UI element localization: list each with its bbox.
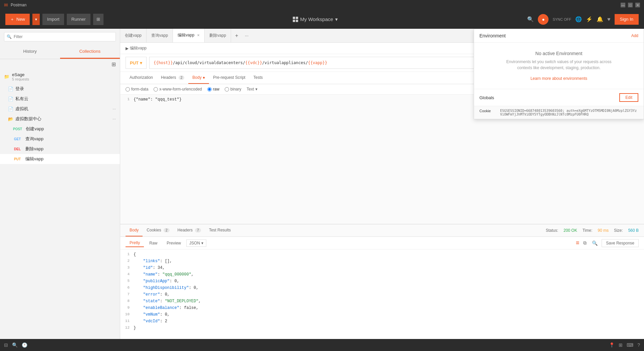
app-title: Postman <box>11 3 26 7</box>
resp-line-2: 2 "links": [], <box>120 259 644 266</box>
folder-vm[interactable]: 📄 虚拟机 ··· <box>0 104 120 114</box>
method-arrow-icon: ▾ <box>140 60 142 65</box>
env-add-button[interactable]: Add <box>631 33 638 38</box>
bell-icon[interactable]: 🔔 <box>597 16 603 22</box>
tab-delete-vapp[interactable]: 删除vapp <box>205 29 231 43</box>
new-collection-button[interactable]: ⊞ <box>112 61 116 67</box>
bottom-bar-right: 📍 ⊞ ⌨ ? <box>609 342 640 348</box>
view-tab-preview[interactable]: Preview <box>163 239 185 247</box>
folder-icon: 📄 <box>8 97 13 102</box>
view-tab-pretty[interactable]: Pretty <box>126 239 144 247</box>
response-tab-body[interactable]: Body <box>126 224 143 236</box>
request-delete-vapp[interactable]: DEL 删除vapp <box>0 144 120 154</box>
radio-form-data-input[interactable] <box>126 87 130 92</box>
env-edit-button[interactable]: Edit <box>619 93 638 102</box>
resp-line-11: 11 "vdcId": 2 <box>120 319 644 326</box>
filter-input[interactable] <box>4 32 116 41</box>
body-text-type-select[interactable]: Text ▾ <box>247 87 257 92</box>
content-wrapper: 创建vapp 查询vapp 编辑vapp ✕ 删除vapp + ··· No E… <box>120 29 644 351</box>
sidebar: 🔍 History Collections ⊞ 📁 eSage 5 reques… <box>0 29 120 351</box>
resp-line-5: 5 "publicApp": 0, <box>120 279 644 286</box>
request-create-vapp[interactable]: POST 创建vapp <box>0 124 120 134</box>
view-tab-raw[interactable]: Raw <box>145 239 161 247</box>
breadcrumb-text: 编辑vapp <box>130 45 147 51</box>
copy-response-button[interactable]: ⧉ <box>582 239 588 247</box>
env-no-active-title: No active Environment <box>479 51 638 56</box>
radio-binary-input[interactable] <box>225 87 229 92</box>
resp-line-10: 10 "vmNum": 0, <box>120 312 644 319</box>
status-value: 200 OK <box>564 228 577 233</box>
tab-authorization[interactable]: Authorization <box>126 72 157 84</box>
folder-private-cloud[interactable]: 📄 私有云 <box>0 94 120 104</box>
tab-close-icon[interactable]: ✕ <box>197 33 200 37</box>
bottom-settings-icon[interactable]: 📍 <box>609 342 615 348</box>
size-label: Size: <box>614 228 623 233</box>
bottom-history-icon[interactable]: 🕐 <box>22 342 27 348</box>
runner-icon-button[interactable]: ⊞ <box>93 14 103 25</box>
request-edit-vapp[interactable]: PUT 编辑vapp <box>0 154 120 164</box>
new-label: New <box>16 17 25 22</box>
bottom-help-icon[interactable]: ? <box>637 342 640 348</box>
radio-binary[interactable]: binary <box>225 87 241 92</box>
resp-line-4: 4 "name": "qqq_000000", <box>120 272 644 279</box>
env-cookie-label: Cookie <box>479 109 496 116</box>
resp-line-3: 3 "id": 34, <box>120 266 644 272</box>
tab-add-button[interactable]: + <box>231 33 242 39</box>
collection-esage[interactable]: 📁 eSage 5 requests <box>0 69 120 84</box>
breadcrumb-arrow-icon: ▶ <box>126 46 129 51</box>
new-button[interactable]: ＋ New <box>5 14 30 25</box>
search-icon[interactable]: 🔍 <box>527 16 534 22</box>
workspace-button[interactable]: My Workspace ▾ <box>293 16 338 22</box>
tab-headers[interactable]: Headers 2 <box>157 72 188 84</box>
resp-line-9: 9 "enableBalance": false, <box>120 306 644 312</box>
radio-urlencoded-input[interactable] <box>154 87 158 92</box>
response-tab-test-results[interactable]: Test Results <box>205 224 235 236</box>
import-button[interactable]: Import <box>42 14 64 25</box>
heart-icon[interactable]: ♥ <box>607 16 611 22</box>
method-badge-post: POST <box>12 127 23 131</box>
tab-history[interactable]: History <box>0 45 60 59</box>
env-learn-link[interactable]: Learn more about environments <box>530 76 587 81</box>
filter-search-icon: 🔍 <box>7 34 12 39</box>
tab-more-button[interactable]: ··· <box>242 33 251 38</box>
runner-button[interactable]: Runner <box>67 14 90 25</box>
globe-icon[interactable]: 🌐 <box>575 16 582 22</box>
tab-collections[interactable]: Collections <box>60 45 120 59</box>
tab-pre-request[interactable]: Pre-request Script <box>209 72 249 84</box>
folder-login[interactable]: 📄 登录 <box>0 84 120 94</box>
close-button[interactable]: ✕ <box>635 3 640 7</box>
bottom-keyboard-icon[interactable]: ⌨ <box>627 342 633 348</box>
folder-actions: ··· <box>113 107 116 111</box>
panel-toggle-icon[interactable]: ⊟ <box>4 342 8 348</box>
search-response-button[interactable]: 🔍 <box>591 239 599 247</box>
maximize-button[interactable]: □ <box>628 3 633 7</box>
format-select[interactable]: JSON ▾ <box>186 239 206 247</box>
status-label: Status: <box>546 228 558 233</box>
tab-tests[interactable]: Tests <box>249 72 267 84</box>
signin-button[interactable]: Sign In <box>615 14 639 25</box>
tab-edit-vapp[interactable]: 编辑vapp ✕ <box>173 29 205 43</box>
tab-body[interactable]: Body ● <box>188 72 209 84</box>
minimize-button[interactable]: — <box>621 3 625 7</box>
response-tab-cookies[interactable]: Cookies 2 <box>143 224 173 236</box>
radio-urlencoded[interactable]: x-www-form-urlencoded <box>154 87 202 92</box>
new-dropdown-button[interactable]: ▾ <box>32 14 40 25</box>
tab-create-vapp[interactable]: 创建vapp <box>120 29 147 43</box>
connection-icon[interactable]: ⚡ <box>586 16 593 22</box>
resp-line-1: 1 { <box>120 252 644 259</box>
radio-form-data[interactable]: form-data <box>126 87 148 92</box>
folder-vdc[interactable]: 📂 虚拟数据中心 ··· <box>0 114 120 124</box>
request-query-vapp[interactable]: GET 查询vapp <box>0 134 120 144</box>
method-select[interactable]: PUT ▾ <box>126 57 147 69</box>
response-tab-headers[interactable]: Headers 7 <box>174 224 205 236</box>
env-popup-title: Environment <box>479 33 506 38</box>
collection-name: eSage <box>12 72 29 77</box>
radio-raw-input[interactable] <box>207 87 212 92</box>
environment-popup: Environment Add No active Environment En… <box>474 29 644 119</box>
bottom-layout-icon[interactable]: ⊞ <box>619 342 623 348</box>
save-response-button[interactable]: Save Response <box>602 239 639 247</box>
response-status: Status: 200 OK Time: 90 ms Size: 560 B <box>546 228 639 233</box>
radio-raw[interactable]: raw <box>207 87 219 92</box>
bottom-search-icon[interactable]: 🔍 <box>12 342 18 348</box>
tab-query-vapp[interactable]: 查询vapp <box>147 29 173 43</box>
